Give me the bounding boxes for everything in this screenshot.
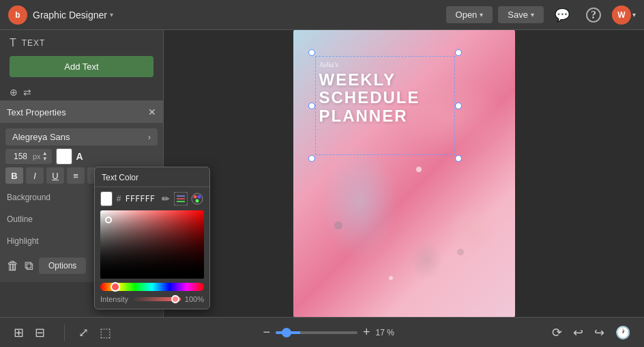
redo-icon[interactable]: ↪ <box>591 322 607 343</box>
avatar-letter: W <box>617 10 625 20</box>
logo-area: b Graphic Designer ▾ <box>8 5 113 25</box>
intensity-row: Intensity 100% <box>95 291 209 303</box>
intensity-label: Intensity <box>100 295 128 303</box>
app-logo: b <box>8 5 27 25</box>
cycle-icon[interactable]: ⟳ <box>549 322 565 343</box>
save-label: Save <box>508 10 528 20</box>
size-row: 158 px ▲ ▼ A <box>5 148 158 165</box>
color-gradient-area[interactable] <box>100 210 204 279</box>
font-style-indicator: A <box>76 151 83 162</box>
panel-close-button[interactable]: ✕ <box>148 107 156 117</box>
gradient-icon[interactable] <box>174 192 188 206</box>
avatar-chevron: ▾ <box>632 11 636 18</box>
copy-icon: ⧉ <box>25 259 33 273</box>
trash-icon: 🗑 <box>7 259 19 273</box>
avatar[interactable]: W <box>612 5 631 25</box>
decor-dot-2 <box>334 221 342 230</box>
app-title-text: Graphic Designer <box>33 10 107 20</box>
panel-header: Text Properties ✕ <box>0 101 163 123</box>
color-picker-popup: Text Color # FFFFFF ✏ <box>94 167 210 309</box>
user-avatar-wrapper[interactable]: W ▾ <box>612 5 636 25</box>
sidebar-icon-1[interactable]: ⊕ <box>10 87 18 98</box>
hue-bar[interactable] <box>100 283 204 291</box>
open-button[interactable]: Open ▾ <box>446 6 493 23</box>
open-chevron: ▾ <box>480 11 483 18</box>
main-content: T TEXT Add Text ⊕ ⇄ Text Properties ✕ Al… <box>0 30 644 317</box>
hue-thumb <box>111 282 120 292</box>
decor-dot-3 <box>457 249 464 255</box>
options-button[interactable]: Options <box>39 258 86 274</box>
color-picker-title: Text Color <box>95 167 209 187</box>
background-label: Background <box>7 193 50 202</box>
undo-icon[interactable]: ↩ <box>570 322 586 343</box>
svg-point-4 <box>192 193 203 204</box>
intensity-thumb <box>171 295 179 303</box>
divider-1 <box>64 324 65 341</box>
intensity-value: 100% <box>185 295 204 303</box>
svg-point-6 <box>198 195 201 199</box>
canvas-title-line2: SCHEDULE <box>319 89 420 107</box>
bt-right: ⟳ ↩ ↪ 🕐 <box>549 322 633 343</box>
tool-label: TEXT <box>22 38 46 48</box>
sidebar-tool-section: T TEXT <box>0 30 163 53</box>
palette-icon[interactable] <box>190 192 204 206</box>
underline-icon: U <box>52 171 58 181</box>
decor-dot-4 <box>389 276 393 280</box>
bold-icon: B <box>11 171 17 181</box>
zoom-level: 17 % <box>376 328 400 337</box>
copy-button[interactable]: ⧉ <box>25 259 33 273</box>
size-down-arrow[interactable]: ▼ <box>42 156 48 162</box>
bottom-toolbar: ⊞ ⊟ ⤢ ⬚ − + 17 % ⟳ ↩ ↪ 🕐 <box>0 317 644 347</box>
save-chevron: ▾ <box>531 11 534 18</box>
size-input-group: 158 px ▲ ▼ <box>5 149 52 164</box>
chat-icon: 💬 <box>555 8 570 22</box>
svg-point-7 <box>196 199 199 203</box>
font-name: Alegreya Sans <box>12 132 70 142</box>
font-size-value[interactable]: 158 <box>10 152 31 161</box>
delete-button[interactable]: 🗑 <box>7 259 19 273</box>
zoom-in-button[interactable]: + <box>363 325 370 339</box>
zoom-out-button[interactable]: − <box>263 325 270 339</box>
color-white-swatch[interactable] <box>100 191 113 206</box>
bold-button[interactable]: B <box>5 167 23 184</box>
help-icon: ? <box>586 8 601 23</box>
bt-center: − + 17 % <box>130 325 533 339</box>
zoom-slider[interactable] <box>276 331 357 334</box>
decor-dot-1 <box>416 167 422 172</box>
app-title-chevron: ▾ <box>110 11 113 18</box>
outline-label: Outline <box>7 214 33 224</box>
add-text-button[interactable]: Add Text <box>10 56 153 77</box>
save-button[interactable]: Save ▾ <box>498 6 544 23</box>
font-size-unit: px <box>33 152 41 161</box>
design-canvas[interactable]: Julia's WEEKLY SCHEDULE PLANNER <box>293 30 515 317</box>
grid-icon[interactable]: ⊟ <box>32 322 48 343</box>
underline-button[interactable]: U <box>46 167 64 184</box>
italic-button[interactable]: I <box>26 167 44 184</box>
font-chevron: › <box>148 133 151 142</box>
open-label: Open <box>456 10 478 20</box>
app-title-group[interactable]: Graphic Designer ▾ <box>33 10 113 20</box>
size-arrows: ▲ ▼ <box>42 151 48 162</box>
layers-icon[interactable]: ⊞ <box>11 322 27 343</box>
top-bar: b Graphic Designer ▾ Open ▾ Save ▾ 💬 ? W… <box>0 0 644 30</box>
eyedropper-icon[interactable]: ✏ <box>162 193 170 204</box>
intensity-bar[interactable] <box>132 297 181 301</box>
left-sidebar: T TEXT Add Text ⊕ ⇄ Text Properties ✕ Al… <box>0 30 164 317</box>
history-icon[interactable]: 🕐 <box>613 322 633 343</box>
text-tool-icon: T <box>10 37 16 49</box>
hex-value[interactable]: FFFFFF <box>126 194 158 204</box>
expand-icon[interactable]: ⤢ <box>76 322 91 343</box>
align-left-button[interactable]: ≡ <box>67 167 85 184</box>
color-hex-row: # FFFFFF ✏ <box>95 187 209 210</box>
help-button[interactable]: ? <box>581 5 606 25</box>
canvas-area: Julia's WEEKLY SCHEDULE PLANNER <box>164 30 644 317</box>
bt-left: ⊞ ⊟ <box>11 322 48 343</box>
external-icon[interactable]: ⬚ <box>97 322 114 343</box>
top-actions: Open ▾ Save ▾ 💬 ? W ▾ <box>446 5 636 25</box>
chat-button[interactable]: 💬 <box>549 5 575 25</box>
canvas-subtitle: Julia's <box>319 60 420 68</box>
text-color-swatch[interactable] <box>56 148 72 165</box>
sidebar-icon-2[interactable]: ⇄ <box>23 87 31 98</box>
gradient-area-inner <box>100 210 204 279</box>
font-selector[interactable]: Alegreya Sans › <box>5 128 158 145</box>
